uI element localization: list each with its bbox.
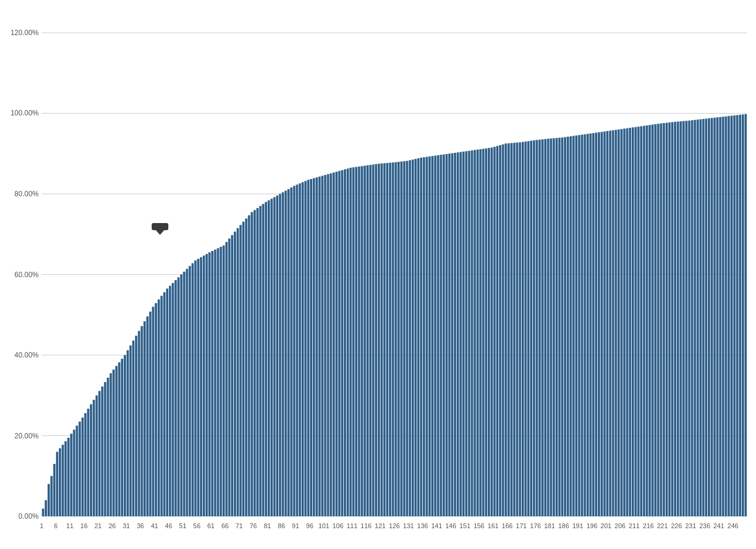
bar[interactable] — [183, 272, 186, 516]
bar[interactable] — [598, 132, 600, 516]
bar[interactable] — [550, 139, 552, 516]
bar[interactable] — [669, 123, 671, 516]
bar[interactable] — [256, 208, 259, 516]
bar[interactable] — [637, 127, 639, 516]
bar[interactable] — [369, 165, 372, 516]
bar[interactable] — [471, 150, 473, 516]
bar[interactable] — [646, 126, 648, 516]
bar[interactable] — [516, 143, 518, 516]
bar[interactable] — [262, 204, 265, 516]
bar[interactable] — [448, 153, 451, 516]
bar[interactable] — [697, 120, 699, 516]
bar[interactable] — [282, 192, 284, 516]
bar[interactable] — [654, 124, 657, 516]
bar[interactable] — [259, 206, 262, 516]
bar[interactable] — [541, 139, 544, 516]
bar[interactable] — [251, 212, 253, 516]
bar[interactable] — [688, 121, 691, 516]
bar[interactable] — [163, 292, 165, 516]
bar[interactable] — [64, 441, 67, 516]
bar[interactable] — [595, 133, 597, 516]
bar[interactable] — [403, 161, 406, 516]
bar[interactable] — [604, 131, 606, 516]
bar[interactable] — [237, 228, 239, 516]
bar[interactable] — [253, 210, 256, 516]
bar[interactable] — [428, 156, 431, 516]
bar[interactable] — [152, 307, 155, 516]
bar[interactable] — [708, 118, 710, 516]
bar[interactable] — [313, 178, 315, 516]
bar[interactable] — [305, 181, 307, 516]
bar[interactable] — [290, 187, 293, 516]
bar[interactable] — [443, 155, 445, 516]
bar[interactable] — [132, 341, 134, 516]
bar[interactable] — [742, 114, 744, 516]
bar[interactable] — [671, 122, 673, 516]
bar[interactable] — [632, 127, 634, 516]
bar[interactable] — [400, 162, 403, 516]
bar[interactable] — [363, 166, 366, 516]
bar[interactable] — [465, 151, 468, 516]
bar[interactable] — [620, 129, 623, 516]
bar[interactable] — [73, 429, 76, 516]
bar[interactable] — [192, 263, 194, 516]
bar[interactable] — [533, 140, 535, 516]
bar[interactable] — [440, 155, 442, 516]
bar[interactable] — [745, 114, 747, 516]
bar[interactable] — [522, 142, 524, 516]
bar[interactable] — [225, 242, 228, 516]
bar[interactable] — [143, 321, 146, 516]
bar[interactable] — [197, 259, 199, 516]
bar[interactable] — [124, 355, 126, 516]
bar[interactable] — [739, 115, 741, 516]
bar[interactable] — [660, 123, 662, 516]
bar[interactable] — [601, 132, 603, 516]
bar[interactable] — [730, 116, 733, 516]
bar[interactable] — [727, 116, 730, 516]
bar[interactable] — [451, 153, 453, 516]
bar[interactable] — [67, 438, 70, 516]
bar[interactable] — [386, 163, 388, 516]
bar[interactable] — [513, 143, 516, 516]
bar[interactable] — [491, 148, 493, 516]
bar[interactable] — [559, 138, 561, 516]
bar[interactable] — [454, 153, 456, 516]
bar[interactable] — [361, 166, 363, 516]
bar[interactable] — [56, 452, 58, 516]
bar[interactable] — [736, 115, 739, 516]
bar[interactable] — [530, 141, 532, 516]
bar[interactable] — [423, 157, 425, 516]
bar[interactable] — [663, 123, 665, 516]
bar[interactable] — [507, 143, 510, 516]
bar[interactable] — [231, 235, 233, 516]
bar[interactable] — [561, 137, 563, 516]
bar[interactable] — [327, 174, 330, 516]
bar[interactable] — [302, 182, 304, 516]
bar[interactable] — [79, 422, 81, 516]
bar[interactable] — [81, 418, 84, 516]
bar[interactable] — [335, 172, 338, 516]
bar[interactable] — [657, 124, 660, 516]
bar[interactable] — [138, 331, 140, 516]
bar[interactable] — [158, 300, 160, 516]
bar[interactable] — [575, 136, 578, 516]
bar[interactable] — [240, 225, 242, 516]
bar[interactable] — [415, 159, 417, 516]
bar[interactable] — [581, 134, 584, 516]
bar[interactable] — [473, 150, 476, 516]
bar[interactable] — [284, 191, 287, 516]
bar[interactable] — [409, 160, 411, 516]
bar[interactable] — [96, 396, 98, 516]
bar[interactable] — [332, 172, 335, 516]
bar[interactable] — [341, 170, 343, 516]
bar[interactable] — [538, 140, 541, 516]
bar[interactable] — [680, 121, 682, 516]
bar[interactable] — [149, 312, 152, 516]
bar[interactable] — [510, 143, 513, 516]
bar[interactable] — [296, 184, 298, 516]
bar[interactable] — [51, 476, 53, 516]
bar[interactable] — [378, 164, 380, 516]
bar[interactable] — [121, 359, 123, 516]
bar[interactable] — [219, 247, 222, 516]
bar[interactable] — [623, 128, 626, 516]
